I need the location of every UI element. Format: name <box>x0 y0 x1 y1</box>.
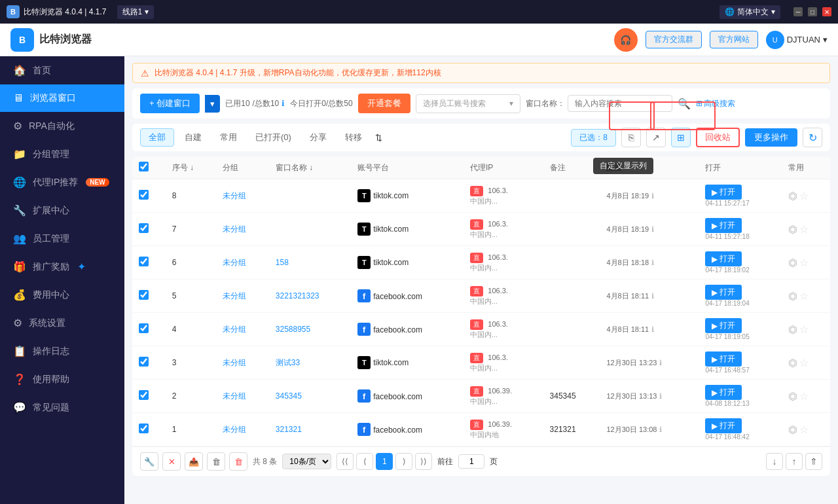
open-window-button[interactable]: ▶ 打开 <box>705 251 742 266</box>
scroll-down-button[interactable]: ↓ <box>766 453 783 470</box>
open-window-button[interactable]: ▶ 打开 <box>705 385 742 400</box>
filter-tab-self[interactable]: 自建 <box>177 129 210 146</box>
page-1-button[interactable]: 1 <box>376 453 393 470</box>
user-info[interactable]: U DJTUAN ▾ <box>766 31 828 49</box>
batch-export-button[interactable]: 📤 <box>185 452 203 471</box>
open-window-button[interactable]: ▶ 打开 <box>705 218 742 233</box>
fingerprint-icon[interactable]: ⏣ <box>788 257 797 268</box>
last-page-button[interactable]: ⟩⟩ <box>415 453 432 470</box>
row-checkbox[interactable] <box>139 290 149 300</box>
row-checkbox[interactable] <box>139 323 149 333</box>
fingerprint-icon[interactable]: ⏣ <box>788 190 797 202</box>
row-checkbox[interactable] <box>139 190 149 200</box>
row-checkbox[interactable] <box>139 257 149 266</box>
sidebar-item-faq[interactable]: 💬 常见问题 <box>0 393 124 422</box>
browser-icon: 🖥 <box>13 92 24 104</box>
filter-tab-all[interactable]: 全部 <box>140 128 174 147</box>
open-package-button[interactable]: 开通套餐 <box>358 94 410 113</box>
sidebar-item-logs[interactable]: 📋 操作日志 <box>0 337 124 365</box>
sidebar-item-proxy[interactable]: 🌐 代理IP推荐 NEW <box>0 168 124 196</box>
refresh-button[interactable]: ↻ <box>803 128 822 147</box>
sidebar-item-finance[interactable]: 💰 费用中心 <box>0 281 124 309</box>
row-info-icon[interactable]: ℹ <box>659 392 662 400</box>
fingerprint-icon[interactable]: ⏣ <box>788 391 797 402</box>
grid-view-button[interactable]: ⊞ <box>671 128 691 147</box>
sidebar-item-settings[interactable]: ⚙ 系统设置 <box>0 309 124 337</box>
recycle-bin-button[interactable]: 回收站 <box>696 128 740 147</box>
th-windowname[interactable]: 窗口名称 ↓ <box>269 156 351 179</box>
filter-tab-common[interactable]: 常用 <box>212 129 245 146</box>
favorite-star-icon[interactable]: ☆ <box>799 391 809 402</box>
sidebar-item-browser[interactable]: 🖥 浏览器窗口 <box>0 84 124 112</box>
copy-action-button[interactable]: ⎘ <box>621 128 641 147</box>
sidebar-item-rpa[interactable]: ⚙ RPA自动化 <box>0 112 124 140</box>
sidebar-item-groups[interactable]: 📁 分组管理 <box>0 140 124 168</box>
language-selector[interactable]: 🌐 简体中文 ▾ <box>720 5 780 19</box>
batch-delete-button[interactable]: ✕ <box>162 452 181 471</box>
row-info-icon[interactable]: ℹ <box>659 425 662 433</box>
favorite-star-icon[interactable]: ☆ <box>799 357 809 369</box>
window-name-input[interactable] <box>568 95 672 112</box>
support-button[interactable]: 官方交流群 <box>646 31 702 48</box>
share-action-button[interactable]: ↗ <box>646 128 666 147</box>
network-selector[interactable]: 线路1 ▾ <box>117 5 155 19</box>
batch-trash-button[interactable]: 🗑 <box>229 452 247 471</box>
fingerprint-icon[interactable]: ⏣ <box>788 324 797 335</box>
close-button[interactable]: ✕ <box>822 7 831 16</box>
row-info-icon[interactable]: ℹ <box>651 225 654 233</box>
row-info-icon[interactable]: ℹ <box>651 292 654 300</box>
scroll-up-button[interactable]: ↑ <box>786 453 803 470</box>
favorite-star-icon[interactable]: ☆ <box>799 190 809 202</box>
fingerprint-icon[interactable]: ⏣ <box>788 291 797 302</box>
staff-account-search[interactable]: 选择员工账号搜索 ▾ <box>416 94 520 113</box>
page-size-select[interactable]: 10条/页 20条/页 50条/页 <box>282 454 331 469</box>
create-window-button[interactable]: + 创建窗口 <box>140 94 200 113</box>
sidebar-item-home[interactable]: 🏠 首页 <box>0 56 124 84</box>
more-actions-button[interactable]: 更多操作 <box>745 128 797 147</box>
row-checkbox[interactable] <box>139 357 149 367</box>
maximize-button[interactable]: □ <box>808 7 817 16</box>
search-button[interactable]: 🔍 <box>678 98 691 110</box>
goto-page-input[interactable] <box>458 454 484 469</box>
row-info-icon[interactable]: ℹ <box>651 192 654 200</box>
favorite-star-icon[interactable]: ☆ <box>799 224 809 235</box>
fingerprint-icon[interactable]: ⏣ <box>788 424 797 435</box>
favorite-star-icon[interactable]: ☆ <box>799 324 809 335</box>
favorite-star-icon[interactable]: ☆ <box>799 291 809 302</box>
create-window-dropdown[interactable]: ▾ <box>205 95 220 113</box>
fingerprint-icon[interactable]: ⏣ <box>788 357 797 369</box>
row-info-icon[interactable]: ℹ <box>651 325 654 333</box>
fingerprint-icon[interactable]: ⏣ <box>788 224 797 235</box>
open-window-button[interactable]: ▶ 打开 <box>705 418 742 433</box>
sidebar-item-rewards[interactable]: 🎁 推广奖励 ✦ <box>0 253 124 281</box>
open-window-button[interactable]: ▶ 打开 <box>705 185 742 200</box>
minimize-button[interactable]: ─ <box>793 7 803 16</box>
favorite-star-icon[interactable]: ☆ <box>799 424 809 435</box>
batch-config-button[interactable]: 🔧 <box>140 452 158 471</box>
sidebar-item-staff[interactable]: 👥 员工管理 <box>0 225 124 253</box>
open-window-button[interactable]: ▶ 打开 <box>705 318 742 333</box>
filter-sort-icon[interactable]: ⇅ <box>375 133 382 143</box>
sidebar-item-help[interactable]: ❓ 使用帮助 <box>0 365 124 393</box>
official-button[interactable]: 官方网站 <box>710 31 758 48</box>
first-page-button[interactable]: ⟨⟨ <box>337 453 354 470</box>
open-window-button[interactable]: ▶ 打开 <box>705 285 742 300</box>
filter-tab-transfer[interactable]: 转移 <box>337 129 370 146</box>
row-info-icon[interactable]: ℹ <box>659 359 662 367</box>
advanced-search-button[interactable]: ⊞ 高级搜索 <box>696 98 735 109</box>
favorite-star-icon[interactable]: ☆ <box>799 257 809 268</box>
batch-recycle-button[interactable]: 🗑 <box>207 452 225 471</box>
filter-tab-open[interactable]: 已打开(0) <box>247 129 299 146</box>
sidebar-item-extensions[interactable]: 🔧 扩展中心 <box>0 196 124 225</box>
th-id[interactable]: 序号 ↓ <box>166 156 216 179</box>
filter-tab-share[interactable]: 分享 <box>302 129 335 146</box>
open-window-button[interactable]: ▶ 打开 <box>705 351 742 367</box>
row-checkbox[interactable] <box>139 223 149 233</box>
select-all-checkbox[interactable] <box>139 162 149 171</box>
prev-page-button[interactable]: ⟨ <box>356 453 373 470</box>
row-info-icon[interactable]: ℹ <box>651 259 654 266</box>
scroll-top-button[interactable]: ⇑ <box>805 453 822 470</box>
row-checkbox[interactable] <box>139 390 149 400</box>
row-checkbox[interactable] <box>139 423 149 433</box>
next-page-button[interactable]: ⟩ <box>395 453 412 470</box>
